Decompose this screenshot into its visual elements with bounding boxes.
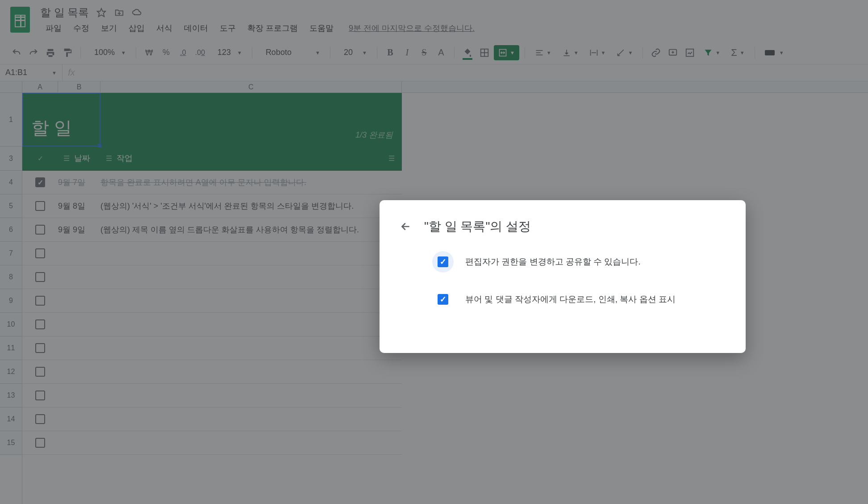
dialog-header: "할 일 목록"의 설정 [397,218,724,235]
checkbox-viewers-download[interactable]: ✓ [438,294,448,305]
checkbox-wrap: ✓ [432,289,454,310]
checkbox-wrap: ✓ [432,251,454,273]
option-label: 뷰어 및 댓글 작성자에게 다운로드, 인쇄, 복사 옵션 표시 [465,294,676,305]
dialog-title: "할 일 목록"의 설정 [424,218,531,235]
dialog-option: ✓ 편집자가 권한을 변경하고 공유할 수 있습니다. [432,251,724,273]
back-button[interactable] [397,218,413,235]
app-root: 할 일 목록 파일 수정 보기 삽입 서식 데이터 도구 확장 프로그 [0,0,868,504]
checkbox-editors-share[interactable]: ✓ [438,256,448,267]
dialog-option: ✓ 뷰어 및 댓글 작성자에게 다운로드, 인쇄, 복사 옵션 표시 [432,289,724,310]
settings-dialog: "할 일 목록"의 설정 ✓ 편집자가 권한을 변경하고 공유할 수 있습니다.… [380,200,746,353]
option-label: 편집자가 권한을 변경하고 공유할 수 있습니다. [465,256,641,268]
